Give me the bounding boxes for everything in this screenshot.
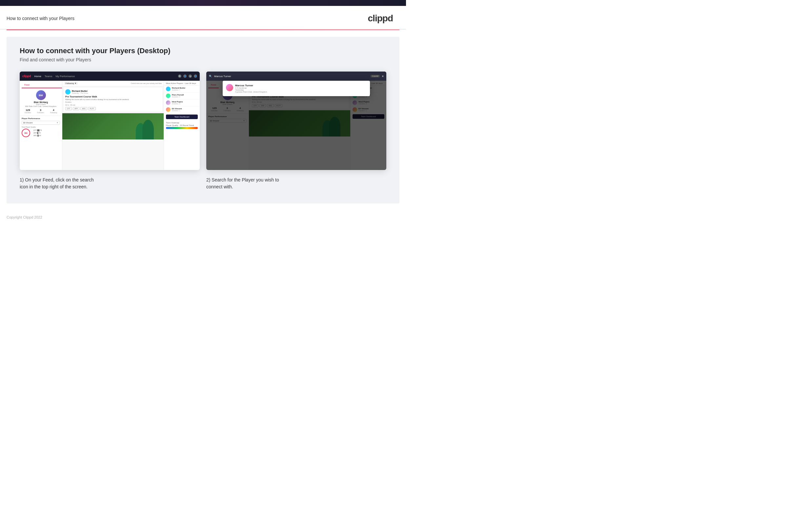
heatmap-subtitle: Player Quality · 20 Round Trend	[166, 124, 198, 126]
player-info-piers: Piers Parnell Activities: 4	[172, 94, 198, 98]
team-heatmap-section: Team Heatmap Player Quality · 20 Round T…	[164, 120, 200, 130]
player-avatar-eli	[166, 107, 171, 112]
footer: Copyright Clippd 2022	[0, 210, 406, 224]
player-info-hiral: Hiral Pujara Activities: 3	[172, 101, 198, 105]
quality-label: Total Player Quality	[21, 126, 60, 128]
user-icon[interactable]: 👤	[183, 75, 187, 78]
golf-image	[62, 113, 164, 139]
search-result-dropdown: Marcus Turner 1.5 Handicap Yesterday Cyp…	[223, 81, 370, 96]
following-button[interactable]: Following ▼	[64, 82, 78, 85]
search-close-button[interactable]: ×	[382, 75, 384, 78]
control-link[interactable]: Control who can see your activity and da…	[131, 82, 162, 84]
activity-desc: Walking the course with my coach to buil…	[65, 98, 161, 100]
footer-text: Copyright Clippd 2022	[7, 215, 42, 219]
dropdown-arrow-icon: ▼	[56, 122, 58, 124]
search-clear-button[interactable]: CLEAR	[371, 75, 380, 78]
search-icon-overlay: 🔍	[209, 75, 212, 78]
quality-score: 84	[21, 129, 30, 137]
nav-icons: 🔍 👤 ⚙ 👤	[178, 75, 197, 78]
header-divider	[7, 30, 399, 30]
screenshot-1-block: clippd Home Teams My Performance 🔍 👤 ⚙ 👤	[20, 72, 200, 190]
activity-avatar	[65, 89, 70, 94]
nav-item-teams[interactable]: Teams	[45, 75, 52, 78]
caption-2: 2) Search for the Player you wish to con…	[206, 170, 386, 190]
tag-ott: OTT	[65, 107, 72, 110]
profile-section: BM Blair McHarg Golf Coach Mill Ride Gol…	[20, 88, 62, 116]
team-dashboard-button[interactable]: Team Dashboard	[166, 115, 198, 119]
stat-activities: 129 Activities	[25, 109, 31, 114]
search-result-avatar	[226, 84, 233, 91]
app-middle-panel: Following ▼ Control who can see your act…	[62, 81, 164, 170]
search-result-item-1[interactable]: Marcus Turner 1.5 Handicap Yesterday Cyp…	[225, 83, 368, 94]
nav-item-performance[interactable]: My Performance	[55, 75, 75, 78]
heatmap-bar	[166, 127, 198, 129]
player-dropdown-text: Eli Vincent	[23, 122, 33, 124]
app-left-panel: Feed BM Blair McHarg Golf Coach Mill Rid…	[20, 81, 62, 170]
tag-putt: PUTT	[88, 107, 96, 110]
activity-card: Richard Butler Yesterday · The Grove Pre…	[64, 88, 162, 112]
search-icon[interactable]: 🔍	[178, 75, 181, 78]
app-body-1: Feed BM Blair McHarg Golf Coach Mill Rid…	[20, 81, 200, 170]
search-result-name: Marcus Turner	[235, 84, 267, 87]
tag-app: APP	[73, 107, 79, 110]
player-activities-piers: Activities: 4	[172, 96, 198, 98]
mock-app-1: clippd Home Teams My Performance 🔍 👤 ⚙ 👤	[20, 72, 200, 170]
player-item-4: Eli Vincent Activities: 1	[164, 106, 200, 113]
nav-item-home[interactable]: Home	[35, 75, 41, 78]
profile-avatar: BM	[36, 90, 46, 100]
activity-author-name: Richard Butler	[72, 90, 88, 92]
player-avatar-richard	[166, 87, 171, 91]
search-overlay: 🔍 Marcus Turner CLEAR × Marcus Turner 1.…	[206, 72, 386, 170]
player-avatar-piers	[166, 93, 171, 98]
player-perf-title: Player Performance	[21, 118, 60, 120]
profile-club: Mill Ride Golf Club, United Kingdom	[21, 105, 60, 107]
activity-duration: Duration	[65, 101, 161, 103]
tag-arg: ARG	[80, 107, 87, 110]
search-input-text[interactable]: Marcus Turner	[214, 75, 369, 78]
heatmap-title: Team Heatmap	[166, 122, 198, 124]
activity-time: 02 hr : 00 min	[65, 104, 161, 106]
search-result-info: Marcus Turner 1.5 Handicap Yesterday Cyp…	[235, 84, 267, 93]
mock-app-2: clippd Home Teams My Performance 🔍 👤 ⚙ 👤	[206, 72, 386, 170]
avatar-icon[interactable]: 👤	[194, 75, 197, 78]
app-nav-1: clippd Home Teams My Performance 🔍 👤 ⚙ 👤	[20, 72, 200, 81]
player-avatar-hiral	[166, 100, 171, 105]
stat-following: 4 Following	[50, 109, 57, 114]
app-logo-small: clippd	[22, 75, 31, 78]
top-bar	[0, 0, 406, 6]
app-right-panel: Most Active Players - Last 30 days Richa…	[164, 81, 200, 170]
player-dropdown[interactable]: Eli Vincent ▼	[21, 121, 60, 125]
player-performance-panel: Player Performance Eli Vincent ▼ Total P…	[20, 116, 62, 139]
activity-tags: OTT APP ARG PUTT	[65, 107, 161, 110]
page-header: How to connect with your Players clippd	[0, 6, 406, 30]
player-info-eli: Eli Vincent Activities: 1	[172, 108, 198, 112]
stat-followers: 3 Followers	[37, 109, 44, 114]
screenshots-row: clippd Home Teams My Performance 🔍 👤 ⚙ 👤	[20, 72, 386, 190]
profile-stats: 129 Activities 3 Followers 4 Following	[21, 109, 60, 114]
player-item-2: Piers Parnell Activities: 4	[164, 92, 200, 99]
main-subtitle: Find and connect with your Players	[20, 57, 386, 62]
golf-figure-1	[142, 120, 154, 139]
feed-tab[interactable]: Feed	[21, 82, 62, 88]
main-title: How to connect with your Players (Deskto…	[20, 47, 386, 55]
search-bar: 🔍 Marcus Turner CLEAR ×	[206, 72, 386, 81]
player-item-1: Richard Butler Activities: 7	[164, 86, 200, 92]
caption-1: 1) On your Feed, click on the search ico…	[20, 170, 200, 190]
main-content: How to connect with your Players (Deskto…	[7, 37, 399, 204]
player-info-richard: Richard Butler Activities: 7	[172, 87, 198, 91]
quality-display: 84 OTT ██ 79 APP █ 70 ARG █ 64	[21, 129, 60, 137]
profile-name: Blair McHarg	[21, 101, 60, 103]
player-activities-hiral: Activities: 3	[172, 103, 198, 105]
activity-author: Richard Butler Yesterday · The Grove	[65, 89, 161, 94]
player-activities-richard: Activities: 7	[172, 89, 198, 91]
following-bar: Following ▼ Control who can see your act…	[62, 81, 164, 86]
active-players-title: Most Active Players - Last 30 days	[164, 81, 200, 86]
settings-icon[interactable]: ⚙	[189, 75, 192, 78]
screenshot-2-block: clippd Home Teams My Performance 🔍 👤 ⚙ 👤	[206, 72, 386, 190]
page-title: How to connect with your Players	[7, 16, 75, 21]
player-activities-eli: Activities: 1	[172, 110, 198, 112]
activity-date: Yesterday · The Grove	[72, 92, 88, 94]
logo: clippd	[368, 13, 393, 24]
player-item-3: Hiral Pujara Activities: 3	[164, 99, 200, 106]
quality-bars: OTT ██ 79 APP █ 70 ARG █ 64	[34, 129, 42, 137]
